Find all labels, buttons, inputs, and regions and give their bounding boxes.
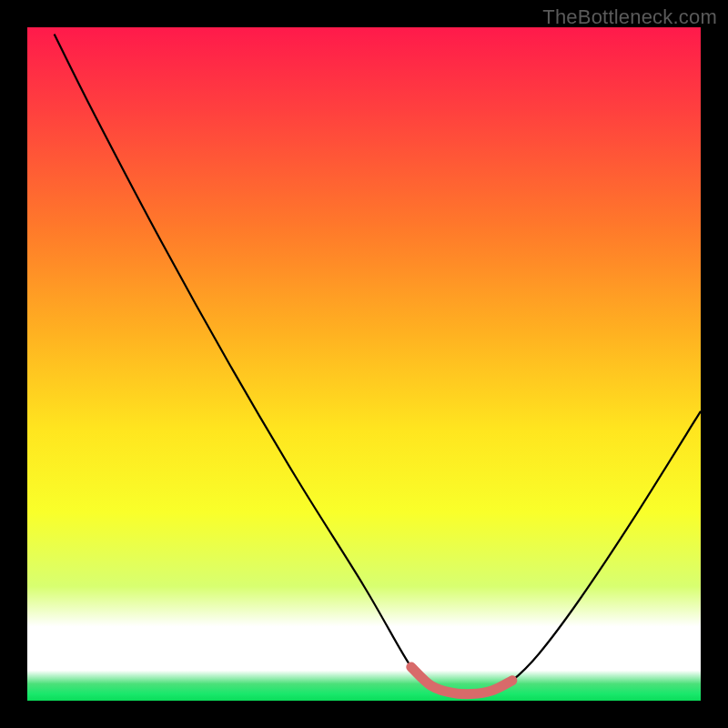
frame-bottom: [0, 701, 728, 728]
watermark-text: TheBottleneck.com: [542, 5, 717, 29]
frame-left: [0, 0, 27, 728]
bottleneck-chart: [0, 0, 728, 728]
frame-right: [701, 0, 728, 728]
plot-background: [27, 27, 701, 701]
